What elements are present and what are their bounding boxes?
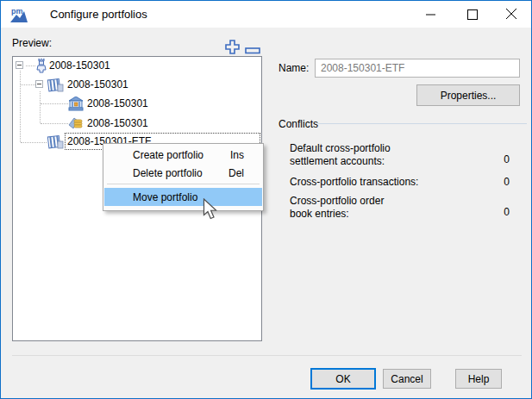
help-button[interactable]: Help xyxy=(455,369,502,389)
tree-connector xyxy=(20,71,21,142)
menu-separator xyxy=(107,184,260,184)
menu-item-create-portfolio[interactable]: Create portfolio Ins xyxy=(104,146,262,164)
menu-item-shortcut: Ins xyxy=(230,149,244,161)
mouse-cursor-icon xyxy=(203,198,218,221)
menu-item-label: Delete portfolio xyxy=(133,167,203,179)
tree-connector xyxy=(41,103,68,104)
minimize-icon xyxy=(426,9,436,20)
properties-button[interactable]: Properties... xyxy=(416,84,520,106)
close-button[interactable] xyxy=(497,1,526,28)
tree-item-portfolio[interactable]: 2008-150301 xyxy=(67,78,128,90)
plus-icon xyxy=(225,40,240,54)
portfolio-icon xyxy=(47,78,64,92)
close-icon xyxy=(506,9,517,20)
menu-item-shortcut: Del xyxy=(228,167,244,179)
conflicts-title: Conflicts xyxy=(279,118,318,130)
tree-item-account[interactable]: 2008-150301 xyxy=(87,97,148,109)
maximize-icon xyxy=(467,9,478,20)
collapse-all-button[interactable] xyxy=(245,44,260,57)
conflict-label-settlement: Default cross-portfolio settlement accou… xyxy=(290,142,454,168)
tree-connector xyxy=(21,142,47,143)
name-label: Name: xyxy=(279,62,309,74)
tree-connector xyxy=(41,123,68,124)
svg-text:pm: pm xyxy=(11,7,23,16)
name-input[interactable] xyxy=(315,59,520,78)
titlebar[interactable]: pm Configure portfolios xyxy=(1,1,531,28)
tree-connector xyxy=(21,84,35,85)
menu-item-label: Move portfolio xyxy=(133,191,197,203)
minus-icon xyxy=(245,47,260,54)
configure-portfolios-dialog: pm Configure portfolios Preview: xyxy=(0,0,532,399)
footer-separator xyxy=(12,355,522,356)
investor-icon xyxy=(36,58,47,73)
menu-item-delete-portfolio[interactable]: Delete portfolio Del xyxy=(104,164,262,182)
tree-expander[interactable] xyxy=(16,61,23,69)
tree-expander[interactable] xyxy=(35,80,43,88)
window-title: Configure portfolios xyxy=(50,8,147,21)
app-logo-icon: pm xyxy=(9,6,28,23)
menu-item-label: Create portfolio xyxy=(133,149,203,161)
tree-item-investor[interactable]: 2008-150301 xyxy=(49,59,110,72)
account-icon xyxy=(68,97,84,111)
cancel-button[interactable]: Cancel xyxy=(383,369,431,389)
tree-item-securities[interactable]: 2008-150301 xyxy=(87,117,148,129)
tree-connector xyxy=(40,91,41,123)
menu-item-move-portfolio[interactable]: Move portfolio xyxy=(104,188,262,206)
tree-context-menu: Create portfolio Ins Delete portfolio De… xyxy=(103,143,264,211)
securities-icon xyxy=(68,116,84,130)
conflict-label-transactions: Cross-portfolio transactions: xyxy=(290,176,454,189)
conflict-value-transactions: 0 xyxy=(466,176,510,188)
tree-connector xyxy=(26,65,35,66)
conflict-value-settlement: 0 xyxy=(466,153,510,165)
maximize-button[interactable] xyxy=(458,1,487,28)
conflict-label-orderbook: Cross-portfolio order book entries: xyxy=(290,195,454,221)
minimize-button[interactable] xyxy=(416,1,446,28)
ok-button[interactable]: OK xyxy=(310,368,376,390)
preview-label: Preview: xyxy=(12,37,52,49)
conflicts-separator xyxy=(318,123,527,124)
expand-all-button[interactable] xyxy=(225,40,240,57)
conflict-value-orderbook: 0 xyxy=(466,206,510,218)
portfolio-icon xyxy=(47,134,64,149)
